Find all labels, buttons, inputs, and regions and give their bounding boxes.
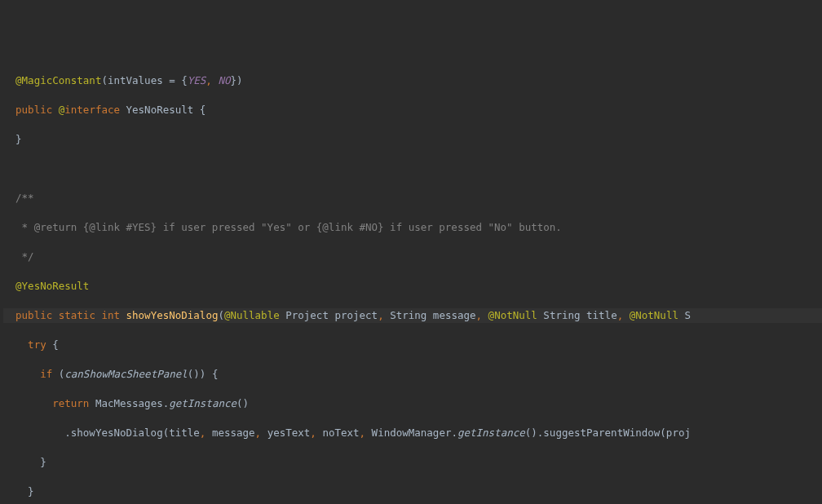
annotation: @MagicConstant bbox=[15, 74, 101, 86]
code-line: @MagicConstant(intValues = {YES, NO}) bbox=[3, 73, 822, 88]
code-line: public @interface YesNoResult { bbox=[3, 103, 822, 117]
code-line: if (canShowMacSheetPanel()) { bbox=[3, 367, 822, 382]
code-line: /** bbox=[3, 191, 822, 206]
code-line: } bbox=[3, 455, 822, 470]
code-line bbox=[3, 161, 822, 176]
code-line: } bbox=[3, 484, 822, 499]
code-line: * @return {@link #YES} if user pressed "… bbox=[3, 220, 822, 235]
code-line: */ bbox=[3, 250, 822, 264]
code-line: @YesNoResult bbox=[3, 279, 822, 294]
code-editor[interactable]: @MagicConstant(intValues = {YES, NO}) pu… bbox=[0, 59, 822, 504]
code-line: } bbox=[3, 132, 822, 147]
code-line: try { bbox=[3, 338, 822, 352]
current-line: public static int showYesNoDialog(@Nulla… bbox=[3, 308, 822, 323]
code-line: return MacMessages.getInstance() bbox=[3, 396, 822, 411]
code-line: .showYesNoDialog(title, message, yesText… bbox=[3, 426, 822, 440]
